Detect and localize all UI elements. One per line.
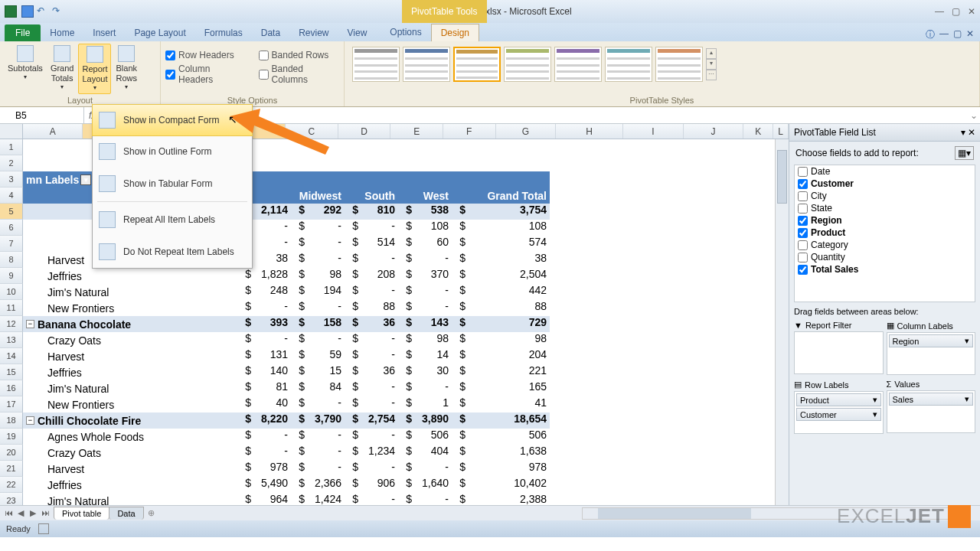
report-layout-button[interactable]: Report Layout▾ xyxy=(78,44,111,94)
restore-icon[interactable]: ▢ xyxy=(952,6,960,17)
col-header-F[interactable]: F xyxy=(443,124,496,139)
help-icon[interactable]: ⓘ xyxy=(926,28,935,41)
row-header-22[interactable]: 22 xyxy=(0,477,23,493)
col-header-L[interactable]: L xyxy=(773,124,789,139)
row-header-1[interactable]: 1 xyxy=(0,139,23,155)
field-checkbox-customer[interactable] xyxy=(798,179,808,189)
col-header-H[interactable]: H xyxy=(556,124,623,139)
banded-columns-checkbox[interactable] xyxy=(259,70,269,80)
row-header-6[interactable]: 6 xyxy=(0,220,23,236)
prev-sheet-icon[interactable]: ◀ xyxy=(15,508,26,518)
redo-icon[interactable]: ↷ xyxy=(52,5,64,18)
next-sheet-icon[interactable]: ▶ xyxy=(28,508,38,518)
save-icon[interactable] xyxy=(21,5,34,18)
row-header-14[interactable]: 14 xyxy=(0,348,23,364)
col-header-E[interactable]: E xyxy=(390,124,443,139)
banded-rows-checkbox[interactable] xyxy=(259,51,269,60)
col-header-G[interactable]: G xyxy=(496,124,556,139)
macro-record-icon[interactable] xyxy=(38,523,49,534)
row-header-16[interactable]: 16 xyxy=(0,380,23,396)
field-list-close-icon[interactable]: ✕ xyxy=(968,127,975,138)
row-header-11[interactable]: 11 xyxy=(0,300,23,316)
row-header-8[interactable]: 8 xyxy=(0,252,23,268)
row-header-23[interactable]: 23 xyxy=(0,493,23,505)
column-labels-area[interactable]: Region▾ xyxy=(887,332,976,375)
row-header-18[interactable]: 18 xyxy=(0,412,23,429)
field-checkbox-state[interactable] xyxy=(798,204,808,214)
tab-formulas[interactable]: Formulas xyxy=(195,24,252,41)
tab-design[interactable]: Design xyxy=(431,24,479,41)
first-sheet-icon[interactable]: ⏮ xyxy=(3,508,14,518)
row-header-2[interactable]: 2 xyxy=(0,155,23,171)
tab-data[interactable]: Data xyxy=(252,24,289,41)
tab-review[interactable]: Review xyxy=(289,24,338,41)
field-checkbox-date[interactable] xyxy=(798,167,808,177)
area-item-sales[interactable]: Sales▾ xyxy=(889,393,974,406)
menu-outline-form[interactable]: Show in Outline Form xyxy=(93,135,252,168)
row-headers-checkbox[interactable] xyxy=(165,51,175,60)
report-filter-area[interactable] xyxy=(794,331,884,374)
tab-insert[interactable]: Insert xyxy=(83,24,125,41)
last-sheet-icon[interactable]: ⏭ xyxy=(40,508,51,518)
area-item-customer[interactable]: Customer▾ xyxy=(796,408,881,421)
tab-view[interactable]: View xyxy=(338,24,377,41)
menu-no-repeat-labels[interactable]: Do Not Repeat Item Labels xyxy=(93,236,252,268)
tab-home[interactable]: Home xyxy=(41,24,83,41)
field-checkbox-product[interactable] xyxy=(798,228,808,238)
restore-window-icon[interactable]: ▢ xyxy=(953,28,962,41)
select-all-cell[interactable] xyxy=(0,124,23,139)
sheet-tab-data[interactable]: Data xyxy=(109,507,143,520)
menu-repeat-labels[interactable]: Repeat All Item Labels xyxy=(93,204,252,236)
row-header-10[interactable]: 10 xyxy=(0,284,23,300)
row-header-4[interactable]: 4 xyxy=(0,187,23,204)
sheet-tab-pivot[interactable]: Pivot table xyxy=(54,507,109,520)
tab-options[interactable]: Options xyxy=(381,24,430,41)
row-header-5[interactable]: 5 xyxy=(0,204,23,220)
row-header-12[interactable]: 12 xyxy=(0,316,23,332)
close-window-icon[interactable]: ✕ xyxy=(966,28,974,41)
row-header-9[interactable]: 9 xyxy=(0,268,23,284)
row-header-7[interactable]: 7 xyxy=(0,236,23,252)
row-header-13[interactable]: 13 xyxy=(0,332,23,348)
vertical-scrollbar[interactable] xyxy=(775,139,789,505)
field-list-dropdown-icon[interactable]: ▾ xyxy=(961,127,965,138)
row-header-20[interactable]: 20 xyxy=(0,445,23,461)
column-headers-checkbox[interactable] xyxy=(165,70,175,80)
field-checkbox-category[interactable] xyxy=(798,240,808,250)
tab-page-layout[interactable]: Page Layout xyxy=(125,24,194,41)
field-checkbox-region[interactable] xyxy=(798,216,808,226)
row-labels-area[interactable]: Product▾Customer▾ xyxy=(794,391,884,434)
col-header-D[interactable]: D xyxy=(338,124,391,139)
styles-more-icon[interactable]: ⋯ xyxy=(706,70,717,80)
name-box[interactable]: B5 xyxy=(0,107,84,123)
field-checkbox-quantity[interactable] xyxy=(798,253,808,262)
formula-expand-icon[interactable]: ⌄ xyxy=(968,110,980,121)
area-item-dropdown-icon[interactable]: ▾ xyxy=(965,336,969,346)
styles-down-icon[interactable]: ▾ xyxy=(706,59,717,70)
collapse-icon[interactable]: − xyxy=(26,416,34,425)
field-list-layout-icon[interactable]: ▦▾ xyxy=(955,146,974,160)
area-item-dropdown-icon[interactable]: ▾ xyxy=(965,394,969,404)
area-item-region[interactable]: Region▾ xyxy=(889,334,974,347)
new-sheet-icon[interactable]: ⊕ xyxy=(143,508,159,518)
area-item-dropdown-icon[interactable]: ▾ xyxy=(873,395,877,405)
minimize-ribbon-icon[interactable]: — xyxy=(939,28,949,41)
col-header-K[interactable]: K xyxy=(743,124,773,139)
area-item-product[interactable]: Product▾ xyxy=(796,393,881,406)
blank-rows-button[interactable]: Blank Rows▾ xyxy=(113,44,140,94)
col-header-J[interactable]: J xyxy=(684,124,743,139)
row-header-3[interactable]: 3 xyxy=(0,171,23,187)
row-header-15[interactable]: 15 xyxy=(0,364,23,380)
pivottable-styles-gallery[interactable]: ▴▾⋯ xyxy=(349,44,975,85)
collapse-icon[interactable]: − xyxy=(26,320,34,328)
styles-up-icon[interactable]: ▴ xyxy=(706,48,717,59)
field-checkbox-total-sales[interactable] xyxy=(798,265,808,275)
grand-totals-button[interactable]: Grand Totals▾ xyxy=(47,44,77,94)
undo-icon[interactable]: ↶ xyxy=(37,5,49,18)
area-item-dropdown-icon[interactable]: ▾ xyxy=(873,409,877,419)
col-header-I[interactable]: I xyxy=(623,124,683,139)
subtotals-button[interactable]: Subtotals▾ xyxy=(5,44,46,94)
values-area[interactable]: Sales▾ xyxy=(887,390,976,433)
minimize-icon[interactable]: — xyxy=(935,6,944,17)
col-header-A[interactable]: A xyxy=(23,124,83,139)
